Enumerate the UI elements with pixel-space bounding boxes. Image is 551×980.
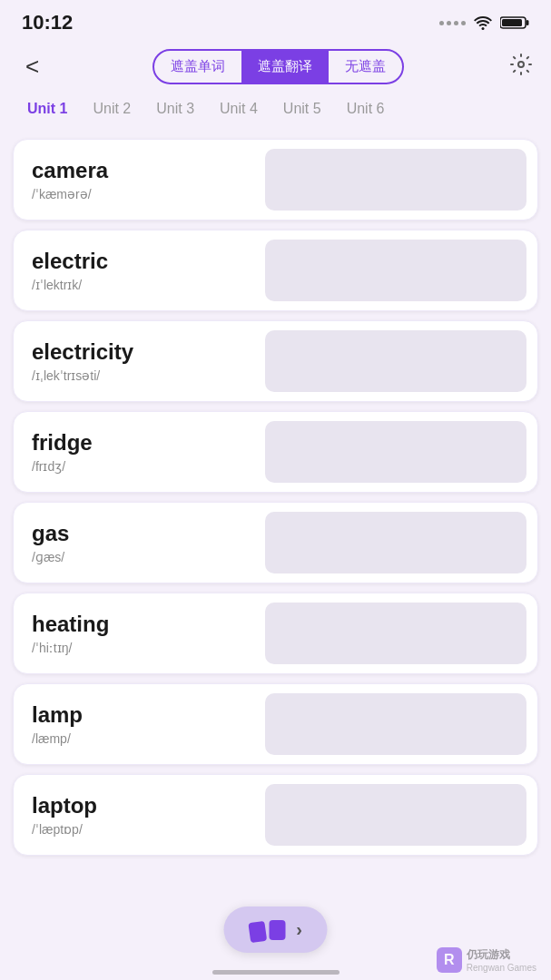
home-indicator — [212, 970, 339, 975]
word-phonetic: /ˈhiːtɪŋ/ — [32, 641, 247, 655]
nav-arrow: › — [296, 919, 302, 940]
status-icons — [439, 15, 529, 30]
word-text: electricity — [32, 339, 247, 365]
word-phonetic: /ˈlæptɒp/ — [32, 822, 247, 837]
word-text: camera — [32, 158, 247, 183]
word-translation-masked — [265, 693, 526, 755]
word-left: camera/ˈkæmərə/ — [14, 140, 265, 220]
word-left: heating/ˈhiːtɪŋ/ — [14, 593, 265, 673]
word-text: lamp — [32, 702, 247, 728]
word-card: electric/ɪˈlektrɪk/ — [13, 230, 538, 311]
word-card: fridge/frɪdʒ/ — [13, 411, 538, 493]
word-left: laptop/ˈlæptɒp/ — [14, 775, 265, 855]
wifi-icon — [473, 15, 493, 30]
watermark-logo: R — [437, 947, 462, 973]
nav-pill[interactable]: › — [223, 906, 328, 953]
unit-tab-5[interactable]: Unit 5 — [271, 95, 334, 122]
word-translation-masked — [265, 240, 526, 301]
unit-tabs: Unit 1Unit 2Unit 3Unit 4Unit 5Unit 6 — [0, 95, 551, 130]
word-card: lamp/læmp/ — [13, 683, 538, 765]
status-bar: 10:12 — [0, 0, 551, 42]
word-phonetic: /ɪˈlektrɪk/ — [32, 278, 247, 292]
word-translation-masked — [265, 421, 526, 483]
word-phonetic: /læmp/ — [32, 731, 247, 746]
word-translation-masked — [265, 784, 526, 846]
svg-rect-2 — [502, 19, 522, 26]
word-left: gas/ɡæs/ — [14, 503, 265, 583]
back-button[interactable]: < — [18, 49, 46, 84]
word-phonetic: /ˈkæmərə/ — [32, 187, 247, 201]
unit-tab-4[interactable]: Unit 4 — [207, 95, 271, 122]
unit-tab-6[interactable]: Unit 6 — [334, 95, 398, 122]
flashcard-icon — [249, 920, 285, 940]
word-translation-masked — [265, 330, 526, 392]
word-card: gas/ɡæs/ — [13, 502, 538, 583]
mask-translation-button[interactable]: 遮盖翻译 — [241, 51, 329, 83]
word-list: camera/ˈkæmərə/electric/ɪˈlektrɪk/electr… — [0, 130, 551, 865]
unit-tab-3[interactable]: Unit 3 — [143, 95, 207, 122]
word-left: fridge/frɪdʒ/ — [14, 412, 265, 492]
settings-icon[interactable] — [509, 53, 533, 82]
svg-rect-1 — [526, 20, 529, 25]
word-phonetic: /ɪˌlekˈtrɪsəti/ — [32, 368, 247, 383]
toggle-group: 遮盖单词 遮盖翻译 无遮盖 — [153, 49, 404, 84]
unit-tab-1[interactable]: Unit 1 — [15, 95, 80, 122]
header: < 遮盖单词 遮盖翻译 无遮盖 — [0, 42, 551, 95]
word-text: fridge — [32, 430, 247, 456]
word-translation-masked — [265, 149, 526, 211]
word-left: electric/ɪˈlektrɪk/ — [14, 230, 265, 310]
status-time: 10:12 — [22, 11, 73, 34]
svg-point-3 — [518, 62, 524, 67]
word-text: electric — [32, 249, 247, 274]
word-text: gas — [32, 521, 247, 546]
word-phonetic: /ɡæs/ — [32, 550, 247, 564]
battery-icon — [500, 15, 529, 30]
word-translation-masked — [265, 512, 526, 573]
word-left: lamp/læmp/ — [14, 684, 265, 764]
word-text: laptop — [32, 793, 247, 818]
word-card: electricity/ɪˌlekˈtrɪsəti/ — [13, 320, 538, 402]
watermark-text: 仍玩游戏 Rengwan Games — [467, 947, 536, 973]
watermark: R 仍玩游戏 Rengwan Games — [437, 947, 536, 973]
word-card: camera/ˈkæmərə/ — [13, 139, 538, 220]
word-text: heating — [32, 612, 247, 637]
word-translation-masked — [265, 603, 526, 664]
word-card: heating/ˈhiːtɪŋ/ — [13, 593, 538, 674]
word-left: electricity/ɪˌlekˈtrɪsəti/ — [14, 321, 265, 401]
bottom-nav: › — [0, 906, 551, 953]
signal-icon — [439, 21, 466, 25]
mask-word-button[interactable]: 遮盖单词 — [154, 51, 241, 83]
no-mask-button[interactable]: 无遮盖 — [329, 51, 402, 83]
word-card: laptop/ˈlæptɒp/ — [13, 774, 538, 856]
unit-tab-2[interactable]: Unit 2 — [80, 95, 143, 122]
word-phonetic: /frɪdʒ/ — [32, 459, 247, 474]
